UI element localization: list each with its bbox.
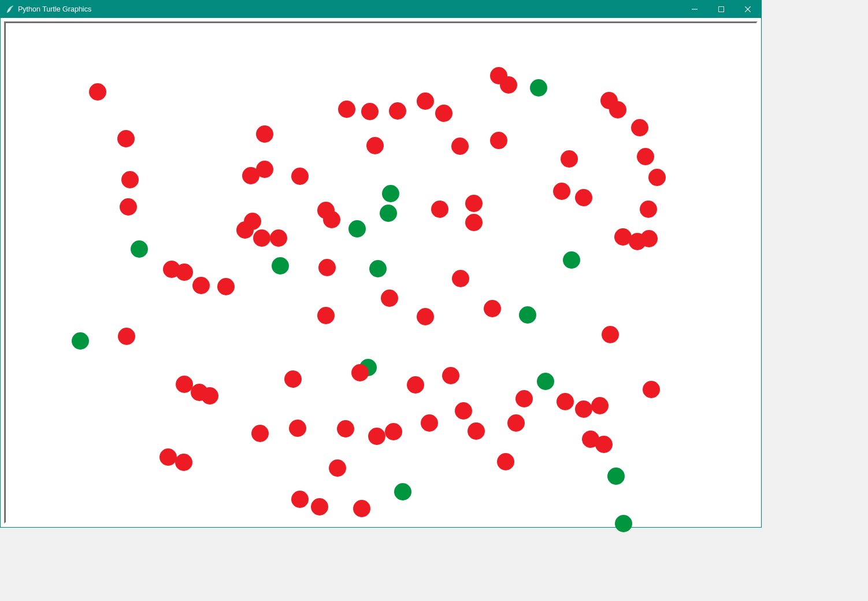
turtle-dot	[381, 290, 398, 307]
turtle-dot	[361, 103, 379, 120]
turtle-dot	[468, 422, 485, 440]
turtle-dot	[217, 278, 235, 295]
turtle-dot	[465, 214, 483, 231]
turtle-dot	[465, 195, 483, 212]
turtle-dot	[394, 483, 411, 500]
turtle-dot	[366, 137, 384, 154]
turtle-dot	[311, 498, 328, 515]
turtle-dot	[575, 189, 592, 206]
maximize-button[interactable]	[708, 1, 735, 18]
turtle-dot	[557, 393, 574, 410]
minimize-button[interactable]	[681, 1, 708, 18]
turtle-dot	[175, 454, 192, 471]
svg-rect-1	[692, 9, 698, 10]
turtle-dot	[500, 76, 517, 94]
turtle-dot	[338, 101, 355, 118]
turtle-dot	[640, 201, 657, 218]
canvas-frame	[4, 21, 758, 524]
turtle-canvas	[5, 23, 756, 522]
turtle-dot	[452, 270, 469, 287]
turtle-dot	[442, 367, 459, 384]
turtle-dot	[515, 390, 533, 407]
minimize-icon	[692, 6, 698, 12]
turtle-dot	[348, 220, 366, 238]
maximize-icon	[718, 6, 724, 12]
turtle-dot	[117, 130, 135, 147]
turtle-dot	[369, 260, 387, 277]
turtle-dot	[353, 500, 370, 517]
turtle-dot	[591, 397, 609, 414]
turtle-dot	[507, 414, 525, 432]
turtle-dot	[609, 101, 626, 118]
turtle-dot	[270, 229, 287, 247]
turtle-dot	[159, 448, 177, 466]
turtle-dot	[615, 515, 632, 532]
turtle-dot	[431, 201, 448, 218]
turtle-dot	[640, 230, 658, 247]
turtle-dot	[337, 420, 354, 437]
turtle-dot	[519, 306, 536, 324]
turtle-dot	[251, 425, 269, 442]
turtle-dot	[537, 373, 554, 390]
turtle-dot	[291, 491, 309, 508]
turtle-dot	[131, 240, 148, 258]
turtle-dot	[256, 161, 273, 178]
turtle-dot	[561, 150, 578, 168]
turtle-dot	[385, 423, 402, 440]
turtle-dot	[317, 307, 335, 324]
python-feather-icon	[5, 5, 14, 14]
svg-rect-2	[719, 7, 724, 12]
turtle-dot	[530, 79, 547, 97]
turtle-dot	[201, 387, 218, 405]
turtle-dot	[284, 370, 302, 388]
turtle-dot	[648, 169, 666, 186]
turtle-dot	[407, 376, 424, 394]
turtle-dot	[380, 205, 397, 222]
turtle-dot	[382, 185, 399, 202]
turtle-dot	[389, 102, 406, 120]
turtle-dot	[272, 257, 289, 274]
client-area	[1, 18, 761, 527]
turtle-dot	[455, 402, 472, 420]
turtle-dot	[575, 400, 592, 418]
turtle-dot	[291, 168, 309, 185]
close-icon	[745, 6, 751, 12]
close-button[interactable]	[735, 1, 761, 18]
titlebar[interactable]: Python Turtle Graphics	[1, 1, 761, 18]
turtle-dot	[176, 264, 193, 281]
turtle-dot	[497, 453, 514, 470]
turtle-dot	[637, 148, 654, 165]
turtle-dot	[192, 277, 210, 294]
turtle-dot	[451, 138, 469, 155]
turtle-dot	[417, 92, 434, 110]
turtle-dot	[435, 105, 452, 122]
turtle-dot	[121, 171, 139, 188]
turtle-dot	[323, 211, 340, 228]
turtle-dot	[289, 420, 306, 437]
turtle-dot	[553, 183, 570, 200]
window-title: Python Turtle Graphics	[18, 5, 96, 13]
turtle-dot	[602, 326, 619, 343]
turtle-graphics-window: Python Turtle Graphics	[0, 0, 762, 528]
turtle-dot	[244, 213, 261, 230]
turtle-dot	[256, 125, 273, 143]
turtle-dot	[484, 300, 501, 317]
turtle-dot	[120, 198, 137, 216]
turtle-dot	[490, 132, 507, 149]
turtle-dot	[595, 436, 613, 453]
turtle-dot	[607, 468, 625, 485]
turtle-dot	[89, 83, 106, 101]
turtle-dot	[329, 459, 346, 477]
turtle-dot	[563, 251, 580, 269]
turtle-dot	[351, 364, 369, 381]
turtle-dot	[253, 229, 270, 247]
turtle-dot	[643, 381, 660, 398]
turtle-dot	[318, 259, 336, 276]
turtle-dot	[118, 328, 135, 345]
turtle-dot	[417, 308, 434, 325]
turtle-dot	[368, 428, 385, 445]
turtle-dot	[421, 414, 438, 432]
turtle-dot	[72, 332, 89, 350]
turtle-dot	[631, 119, 648, 136]
